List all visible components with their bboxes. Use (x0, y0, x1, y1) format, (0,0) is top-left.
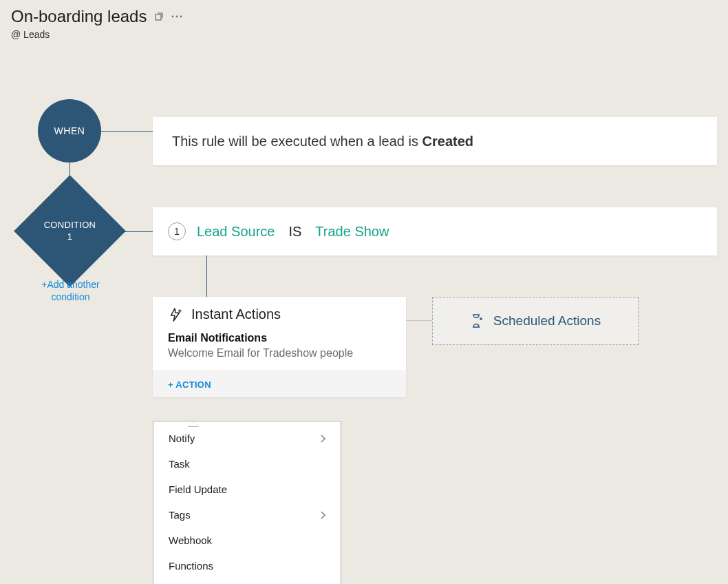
connector (206, 255, 207, 297)
dropdown-item-webhook[interactable]: Webhook (153, 528, 341, 553)
page-title: On-boarding leads (11, 7, 147, 26)
dropdown-item-notify[interactable]: Notify (153, 426, 341, 451)
scheduled-actions-title: Scheduled Actions (493, 313, 601, 328)
svg-point-3 (180, 16, 182, 18)
condition-node[interactable]: CONDITION 1 (30, 191, 109, 271)
dropdown-item-label: Task (169, 458, 190, 470)
dropdown-item-field-update[interactable]: Field Update (153, 477, 341, 502)
dropdown-item-label: Webhook (169, 534, 212, 546)
dropdown-item-label: Field Update (169, 483, 227, 495)
add-action-button[interactable]: + ACTION (168, 379, 211, 390)
dropdown-item-send-sms[interactable]: Send SMS (153, 578, 341, 584)
instant-action-section: Email Notifications (168, 332, 391, 344)
scheduled-actions-card[interactable]: Scheduled Actions (432, 297, 639, 345)
dropdown-item-label: Notify (169, 432, 195, 444)
when-card[interactable]: This rule will be executed when a lead i… (153, 117, 717, 165)
instant-actions-card: Instant Actions Email Notifications Welc… (153, 297, 406, 397)
condition-node-label: CONDITION 1 (44, 220, 96, 243)
svg-point-1 (172, 16, 174, 18)
instant-action-item[interactable]: Welcome Email for Tradeshow people (168, 347, 391, 359)
condition-value[interactable]: Trade Show (315, 224, 389, 240)
when-node[interactable]: WHEN (38, 99, 101, 163)
dropdown-item-label: Functions (169, 560, 213, 572)
add-condition-link[interactable]: +Add another condition (28, 278, 114, 303)
dropdown-item-tags[interactable]: Tags (153, 502, 341, 528)
instant-actions-title: Instant Actions (191, 306, 281, 322)
condition-card[interactable]: 1 Lead Source IS Trade Show (153, 207, 717, 255)
condition-field[interactable]: Lead Source (197, 224, 275, 240)
connector (101, 131, 153, 132)
module-subtitle: @ Leads (11, 29, 717, 40)
dropdown-item-functions[interactable]: Functions (153, 553, 341, 578)
when-card-text: This rule will be executed when a lead i… (172, 134, 473, 149)
more-icon[interactable] (171, 15, 182, 18)
svg-point-2 (176, 16, 178, 18)
dropdown-item-task[interactable]: Task (153, 451, 341, 477)
chevron-right-icon (320, 511, 325, 519)
dropdown-item-label: Tags (169, 509, 191, 521)
condition-operator: IS (288, 224, 301, 240)
lightning-icon (168, 307, 183, 322)
open-external-icon[interactable] (153, 11, 164, 22)
condition-number-badge: 1 (168, 222, 186, 240)
chevron-right-icon (320, 435, 325, 443)
svg-rect-0 (156, 14, 161, 20)
connector (406, 320, 432, 321)
when-node-label: WHEN (54, 125, 85, 136)
action-dropdown-menu: Notify Task Field Update Tags Webhook Fu… (153, 421, 341, 584)
hourglass-icon (470, 313, 484, 328)
